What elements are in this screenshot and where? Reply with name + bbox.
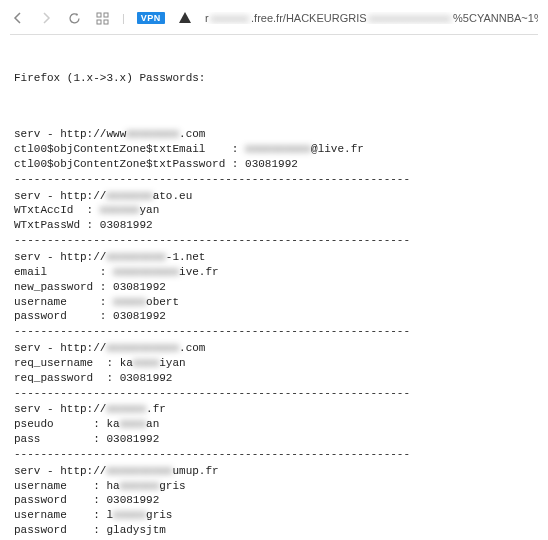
field-line: req_username : kaxxxxiyan: [14, 356, 538, 371]
serv-line: serv - http://wwwxxxxxxxx.com: [14, 127, 538, 142]
separator-line: ----------------------------------------…: [14, 324, 538, 339]
separator-line: ----------------------------------------…: [14, 233, 538, 248]
back-icon[interactable]: [10, 10, 26, 26]
field-line: email : xxxxxxxxxxive.fr: [14, 265, 538, 280]
credential-block: serv - http://xxxxxx.frpseudo : kaxxxxan…: [14, 402, 538, 461]
field-line: password : gladysjtm: [14, 523, 538, 538]
field-line: WTxtAccId : xxxxxxyan: [14, 203, 538, 218]
svg-rect-0: [97, 13, 101, 17]
content-title: Firefox (1.x->3.x) Passwords:: [14, 71, 538, 86]
credential-block: serv - http://wwwxxxxxxxx.comctl00$objCo…: [14, 127, 538, 186]
credential-block: serv - http://xxxxxxxato.euWTxtAccId : x…: [14, 189, 538, 248]
warning-icon[interactable]: [177, 10, 193, 26]
field-line: ctl00$objContentZone$txtEmail : xxxxxxxx…: [14, 142, 538, 157]
serv-line: serv - http://xxxxxxxxxxumup.fr: [14, 464, 538, 479]
field-line: username : lxxxxxgris: [14, 508, 538, 523]
field-line: new_password : 03081992: [14, 280, 538, 295]
svg-rect-3: [104, 20, 108, 24]
forward-icon[interactable]: [38, 10, 54, 26]
separator-line: ----------------------------------------…: [14, 447, 538, 462]
credential-block: serv - http://xxxxxxxxxxx.comreq_usernam…: [14, 341, 538, 400]
field-line: username : xxxxxobert: [14, 295, 538, 310]
field-line: pass : 03081992: [14, 432, 538, 447]
toolbar-divider: [10, 34, 538, 35]
field-line: WTxtPassWd : 03081992: [14, 218, 538, 233]
serv-line: serv - http://xxxxxxxato.eu: [14, 189, 538, 204]
credential-block: serv - http://xxxxxxxxxxumup.frusername …: [14, 464, 538, 540]
field-line: ctl00$objContentZone$txtPassword : 03081…: [14, 157, 538, 172]
serv-line: serv - http://xxxxxxxxxxx.com: [14, 341, 538, 356]
apps-icon[interactable]: [94, 10, 110, 26]
credential-block: serv - http://xxxxxxxxx-1.netemail : xxx…: [14, 250, 538, 339]
log-content: Firefox (1.x->3.x) Passwords: serv - htt…: [10, 41, 538, 540]
field-line: pseudo : kaxxxxan: [14, 417, 538, 432]
separator-line: ----------------------------------------…: [14, 172, 538, 187]
field-line: password : 03081992: [14, 309, 538, 324]
svg-rect-2: [97, 20, 101, 24]
browser-toolbar: | VPN rxxxxxxx.free.fr/HACKEURGRISxxxxxx…: [10, 8, 538, 34]
serv-line: serv - http://xxxxxx.fr: [14, 402, 538, 417]
field-line: req_password : 03081992: [14, 371, 538, 386]
field-line: username : haxxxxxxgris: [14, 479, 538, 494]
vpn-badge[interactable]: VPN: [137, 12, 165, 24]
reload-icon[interactable]: [66, 10, 82, 26]
field-line: password : 03081992: [14, 493, 538, 508]
separator-line: ----------------------------------------…: [14, 386, 538, 401]
serv-line: serv - http://xxxxxxxxx-1.net: [14, 250, 538, 265]
address-bar[interactable]: rxxxxxxx.free.fr/HACKEURGRISxxxxxxxxxxxx…: [205, 12, 538, 24]
svg-rect-1: [104, 13, 108, 17]
